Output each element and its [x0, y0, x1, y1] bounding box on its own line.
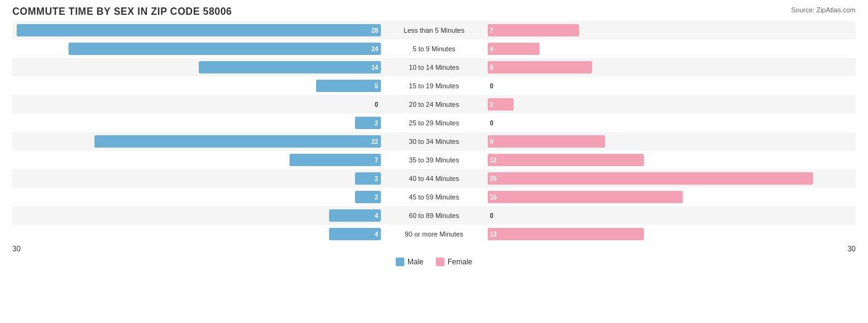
right-section: 9: [485, 132, 856, 151]
left-section: 0: [12, 95, 383, 114]
female-value-label: 0: [490, 83, 494, 90]
chart-row: 515 to 19 Minutes0: [12, 77, 856, 95]
row-label: 40 to 44 Minutes: [383, 175, 485, 182]
row-label: 35 to 39 Minutes: [383, 156, 485, 164]
row-label: 25 to 29 Minutes: [383, 119, 485, 127]
left-section: 2: [12, 169, 383, 188]
chart-row: 490 or more Minutes12: [12, 225, 856, 243]
axis-left-label: 30: [12, 245, 20, 253]
female-bar: 15: [488, 191, 683, 203]
male-bar: 2: [355, 172, 381, 185]
left-section: 28: [12, 21, 383, 40]
chart-row: 245 to 9 Minutes4: [12, 40, 856, 58]
right-section: 8: [485, 58, 856, 77]
legend: Male Female: [12, 256, 856, 268]
male-bar: 24: [69, 43, 381, 55]
right-section: 2: [485, 95, 856, 114]
male-value-label: 2: [375, 175, 378, 182]
female-bar: 8: [488, 61, 592, 73]
male-bar: 4: [329, 209, 381, 222]
male-value-label: 22: [371, 138, 378, 145]
male-value-label: 24: [371, 46, 378, 52]
chart-row: 735 to 39 Minutes12: [12, 151, 856, 169]
left-section: 14: [12, 58, 383, 77]
row-label: 10 to 14 Minutes: [383, 64, 485, 71]
male-value-label: 5: [375, 83, 378, 90]
row-label: 15 to 19 Minutes: [383, 82, 485, 90]
chart-title: COMMUTE TIME BY SEX IN ZIP CODE 58006: [12, 6, 856, 17]
female-value-label: 25: [490, 175, 497, 182]
legend-male: Male: [396, 258, 424, 266]
chart-row: 1410 to 14 Minutes8: [12, 58, 856, 77]
female-value-label: 0: [490, 120, 494, 127]
right-section: 12: [485, 225, 856, 243]
female-value-label: 7: [490, 27, 494, 34]
row-label: 30 to 34 Minutes: [383, 138, 485, 145]
female-bar: 2: [488, 98, 514, 111]
male-bar: 28: [17, 24, 381, 36]
female-value-label: 12: [490, 157, 497, 164]
male-value-label: 28: [371, 27, 378, 34]
row-label: 60 to 89 Minutes: [383, 212, 485, 219]
bottom-row: 30 30: [12, 245, 856, 253]
row-label: 5 to 9 Minutes: [383, 45, 485, 52]
right-section: 25: [485, 169, 856, 188]
male-bar: 2: [355, 117, 381, 129]
female-value-label: 0: [490, 212, 494, 219]
chart-row: 020 to 24 Minutes2: [12, 95, 856, 114]
row-label: Less than 5 Minutes: [383, 27, 485, 34]
female-bar: 12: [488, 154, 644, 166]
male-value-label: 0: [375, 101, 378, 108]
male-value-label: 7: [375, 157, 378, 164]
right-section: 0: [485, 206, 856, 225]
left-section: 5: [12, 77, 383, 95]
row-label: 45 to 59 Minutes: [383, 193, 485, 201]
female-value-label: 9: [490, 138, 494, 145]
left-section: 2: [12, 114, 383, 132]
chart-row: 225 to 29 Minutes0: [12, 114, 856, 132]
left-section: 4: [12, 225, 383, 243]
right-section: 0: [485, 114, 856, 132]
male-value-label: 4: [375, 231, 378, 238]
female-value-label: 2: [490, 101, 494, 108]
female-value-label: 15: [490, 194, 497, 201]
left-section: 4: [12, 206, 383, 225]
axis-right-label: 30: [848, 245, 856, 253]
legend-male-label: Male: [407, 258, 424, 266]
right-section: 15: [485, 188, 856, 206]
source-text: Source: ZipAtlas.com: [791, 6, 856, 14]
right-section: 4: [485, 40, 856, 58]
left-section: 24: [12, 40, 383, 58]
legend-female-label: Female: [448, 258, 472, 266]
chart-area: 28Less than 5 Minutes7245 to 9 Minutes41…: [12, 21, 856, 243]
male-value-label: 2: [375, 194, 378, 201]
male-bar: 7: [290, 154, 381, 166]
female-bar: 12: [488, 228, 644, 240]
male-bar: 4: [329, 228, 381, 240]
chart-row: 240 to 44 Minutes25: [12, 169, 856, 188]
male-bar: 5: [316, 80, 381, 92]
left-section: 22: [12, 132, 383, 151]
male-value-label: 4: [375, 212, 378, 219]
female-bar: 9: [488, 135, 605, 148]
female-bar: 25: [488, 172, 813, 185]
legend-male-box: [396, 258, 404, 266]
male-value-label: 2: [375, 120, 378, 127]
right-section: 7: [485, 21, 856, 40]
left-section: 2: [12, 188, 383, 206]
row-label: 20 to 24 Minutes: [383, 101, 485, 108]
chart-row: 245 to 59 Minutes15: [12, 188, 856, 206]
male-bar: 14: [199, 61, 381, 73]
male-value-label: 14: [371, 64, 378, 71]
female-bar: 4: [488, 43, 540, 55]
female-value-label: 4: [490, 46, 494, 52]
male-bar: 2: [355, 191, 381, 203]
left-section: 7: [12, 151, 383, 169]
legend-female-box: [436, 258, 444, 266]
row-label: 90 or more Minutes: [383, 230, 485, 238]
right-section: 0: [485, 77, 856, 95]
right-section: 12: [485, 151, 856, 169]
chart-container: COMMUTE TIME BY SEX IN ZIP CODE 58006 So…: [0, 0, 868, 323]
female-bar: 7: [488, 24, 579, 36]
chart-row: 28Less than 5 Minutes7: [12, 21, 856, 40]
